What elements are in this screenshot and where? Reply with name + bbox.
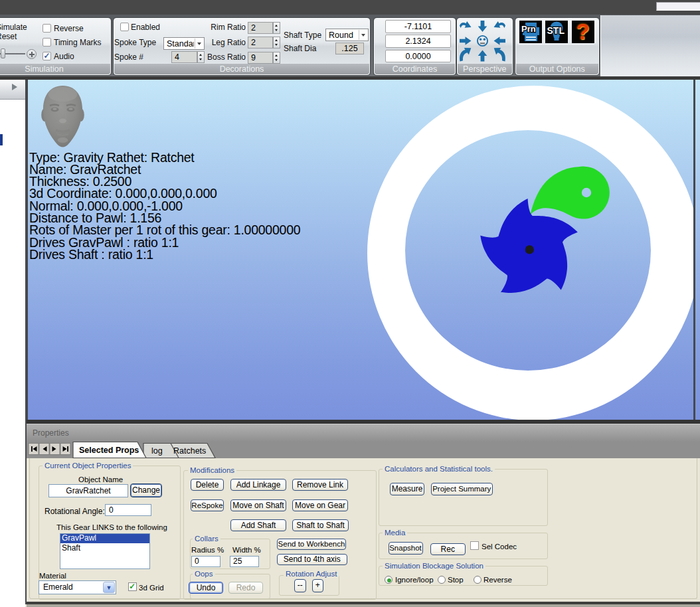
svg-text:STL: STL bbox=[547, 25, 565, 36]
svg-text:Ratchets: Ratchets bbox=[173, 446, 206, 456]
svg-text:Prn: Prn bbox=[521, 24, 536, 34]
svg-text:Selected Props: Selected Props bbox=[79, 446, 139, 455]
svg-text:log: log bbox=[151, 446, 163, 456]
